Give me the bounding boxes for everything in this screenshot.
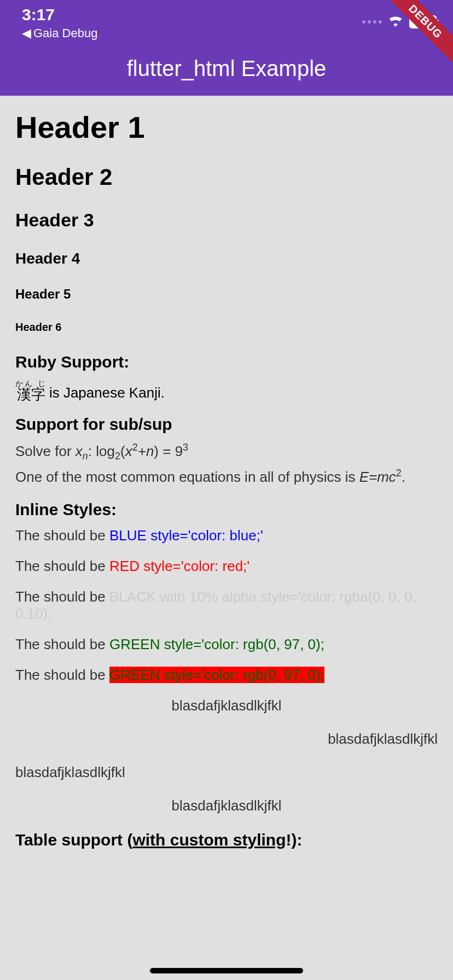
ruby-section-title: Ruby Support: xyxy=(15,353,438,371)
style-line-blue: The should be BLUE style='color: blue;' xyxy=(15,527,438,544)
ruby-line: かん じ 漢字 is Japanese Kanji. xyxy=(15,380,438,401)
heading-4: Header 4 xyxy=(15,250,438,267)
ruby-group: かん じ 漢字 xyxy=(15,380,47,401)
math-line-1: Solve for xn: log2(x2+n) = 93 xyxy=(15,442,438,462)
text-align-left: blasdafjklasdlkjfkl xyxy=(15,764,438,781)
style-line-green1: The should be GREEN style='color: rgb(0,… xyxy=(15,636,438,653)
style-line-red: The should be RED style='color: red;' xyxy=(15,558,438,575)
app-title: flutter_html Example xyxy=(127,56,327,81)
back-nav[interactable]: ◀ Gaia Debug xyxy=(22,26,97,40)
content-body[interactable]: Header 1 Header 2 Header 3 Header 4 Head… xyxy=(0,96,453,863)
heading-6: Header 6 xyxy=(15,321,438,334)
app-bar: flutter_html Example xyxy=(0,41,453,96)
home-indicator[interactable] xyxy=(150,968,303,973)
heading-5: Header 5 xyxy=(15,287,438,302)
style-line-green2: The should be GREEN style='color: rgb(0,… xyxy=(15,667,438,684)
inline-styles-section-title: Inline Styles: xyxy=(15,500,438,519)
ruby-base: 漢字 xyxy=(17,387,45,401)
heading-1: Header 1 xyxy=(15,109,438,145)
wifi-icon xyxy=(387,14,404,30)
status-time: 3:17 xyxy=(22,5,97,24)
heading-3: Header 3 xyxy=(15,209,438,231)
text-align-center-2: blasdafjklasdlkjfkl xyxy=(15,797,438,814)
text-align-center: blasdafjklasdlkjfkl xyxy=(15,697,438,714)
ruby-rest: is Japanese Kanji. xyxy=(49,384,165,401)
text-align-right: blasdafjklasdlkjfkl xyxy=(15,731,438,748)
subsup-section-title: Support for sub/sup xyxy=(15,415,438,434)
status-bar: 3:17 ◀ Gaia Debug xyxy=(0,0,453,41)
back-chevron-icon: ◀ xyxy=(22,26,31,40)
table-section-title: Table support (with custom styling!): xyxy=(15,831,438,849)
style-line-black10: The should be BLACK with 10% alpha style… xyxy=(15,588,438,622)
math-line-2: One of the most common equations in all … xyxy=(15,466,438,487)
cellular-icon xyxy=(362,20,382,24)
status-left: 3:17 ◀ Gaia Debug xyxy=(22,5,97,40)
heading-2: Header 2 xyxy=(15,164,438,190)
back-nav-label: Gaia Debug xyxy=(33,26,97,40)
